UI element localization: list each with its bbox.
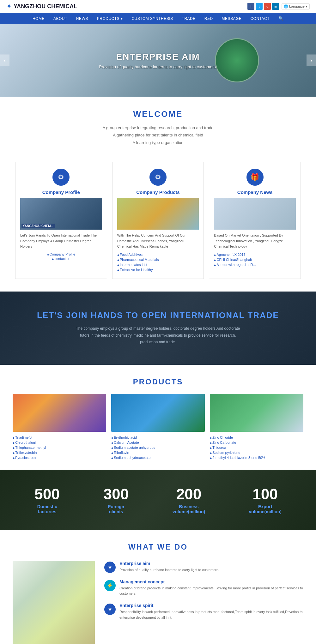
product-image-1	[13, 394, 106, 432]
facebook-icon[interactable]: f	[247, 3, 254, 10]
company-profile-image: YANGZHOU CHEM...	[20, 198, 102, 230]
company-news-text: Based On Market Orientation ; Supported …	[214, 233, 296, 250]
product-column-2: Erythorbic acid Calcium Acetate Sodium a…	[111, 394, 205, 460]
product-3-item-4[interactable]: Sodium pyrithione	[210, 450, 303, 455]
product-item-3[interactable]: Intermediates List	[117, 262, 199, 267]
news-item-3[interactable]: A letter with regard to R...	[214, 262, 296, 267]
product-image-3	[210, 394, 303, 432]
management-concept-text: Creation of brand products in making con…	[119, 586, 303, 597]
hero-banner: ‹ ENTERPRISE AIM Provision of quality hu…	[0, 24, 316, 97]
company-profile-link-2[interactable]: contact us	[20, 256, 102, 261]
welcome-line-2: A gathering place for best talents in ch…	[6, 131, 310, 139]
wwd-item-2-content: Management concept Creation of brand pro…	[119, 579, 303, 597]
stat-domestic-number: 500	[34, 485, 60, 503]
linkedin-icon[interactable]: in	[272, 3, 279, 10]
stat-domestic: 500 Domesticfactories	[34, 485, 60, 514]
googleplus-icon[interactable]: g	[264, 3, 271, 10]
three-columns-section: ⚙ Company Profile YANGZHOU CHEM... Let's…	[0, 156, 316, 292]
product-2-item-5[interactable]: Sodium dehydroacetate	[111, 455, 205, 460]
nav-trade[interactable]: TRADE	[178, 13, 200, 24]
nav-about[interactable]: ABOUT	[49, 13, 72, 24]
stat-domestic-label: Domesticfactories	[34, 504, 60, 514]
welcome-section: WELCOME A group enterprise integrating r…	[0, 97, 316, 156]
nav-custom-synthesis[interactable]: CUSTOM SYNTHESIS	[127, 13, 177, 24]
nav-products[interactable]: PRODUCTS ▾	[93, 13, 127, 24]
wwd-item-3: ★ Enterprise spirit Responsibility in wo…	[104, 603, 303, 620]
stat-foreign-label: Foreignclients	[103, 504, 129, 514]
banner-section: LET'S JOIN HANDS TO OPEN INTERNATIONAL T…	[0, 292, 316, 365]
product-3-item-5[interactable]: 2-methyl-4-isothiazolin-3-one 50%	[210, 455, 303, 460]
product-item-2[interactable]: Pharmaceutical Materials	[117, 257, 199, 262]
product-1-item-2[interactable]: Chlorothalonil	[13, 440, 106, 445]
social-icons: f t g in	[247, 3, 279, 10]
banner-description: The company employs a group of master de…	[73, 325, 243, 346]
product-1-item-3[interactable]: Thiophanate-methyl	[13, 445, 106, 450]
product-column-3: Zinc Chloride Zinc Carbonate Thiourea So…	[210, 394, 303, 460]
product-2-item-2[interactable]: Calcium Acetate	[111, 440, 205, 445]
stats-section: 500 Domesticfactories 300 Foreignclients…	[0, 470, 316, 530]
product-1-item-5[interactable]: Pyraclostrobin	[13, 455, 106, 460]
stat-export: 100 Exportvolume(million)	[249, 485, 281, 514]
company-profile-card: ⚙ Company Profile YANGZHOU CHEM... Let's…	[15, 162, 107, 279]
hero-title: ENTERPRISE AIM	[99, 52, 217, 62]
company-news-list: AgrochemLX 2017 CPHI China(Shanghai) A l…	[214, 252, 296, 267]
welcome-line-3: A learning-type organization	[6, 139, 310, 146]
product-2-item-4[interactable]: Riboflavin	[111, 450, 205, 455]
product-item-1[interactable]: Food Additives	[117, 252, 199, 257]
social-lang: f t g in 🌐 Language ▾	[247, 3, 310, 10]
news-item-1[interactable]: AgrochemLX 2017	[214, 252, 296, 257]
product-1-item-1[interactable]: Triadimefol	[13, 435, 106, 440]
enterprise-spirit-icon: ★	[104, 604, 116, 615]
logo-icon: ✦	[6, 3, 12, 10]
products-title: PRODUCTS	[13, 377, 303, 386]
hero-subtitle: Provision of quality hurricane lanterns …	[99, 64, 217, 69]
product-2-item-3[interactable]: Sodium acetate anhydrous	[111, 445, 205, 450]
stat-export-number: 100	[249, 485, 281, 503]
stat-business: 200 Businessvolume(million)	[173, 485, 205, 514]
company-profile-image-label: YANGZHOU CHEM...	[21, 224, 55, 228]
language-button[interactable]: 🌐 Language ▾	[282, 3, 310, 9]
enterprise-spirit-text: Responsibility in work performed,Innovat…	[119, 609, 303, 620]
enterprise-aim-title: Enterprise aim	[119, 561, 219, 566]
company-profile-links: Company Profile contact us	[20, 252, 102, 261]
hero-prev-button[interactable]: ‹	[0, 55, 9, 66]
nav-rd[interactable]: R&D	[200, 13, 217, 24]
what-we-do-title: WHAT WE DO	[13, 543, 303, 551]
product-column-1: Triadimefol Chlorothalonil Thiophanate-m…	[13, 394, 106, 460]
company-products-text: With The Help, Concern And Support Of Ou…	[117, 233, 199, 250]
product-list-3: Zinc Chloride Zinc Carbonate Thiourea So…	[210, 435, 303, 460]
what-we-do-section: WHAT WE DO ★ Enterprise aim Provision of…	[0, 530, 316, 644]
product-3-item-2[interactable]: Zinc Carbonate	[210, 440, 303, 445]
products-grid: Triadimefol Chlorothalonil Thiophanate-m…	[13, 394, 303, 460]
nav-contact[interactable]: CONTACT	[246, 13, 274, 24]
stat-foreign-number: 300	[103, 485, 129, 503]
product-1-item-4[interactable]: Trifloxystrobin	[13, 450, 106, 455]
company-profile-text: Let's Join Hands To Open International T…	[20, 233, 102, 250]
wwd-item-2: ⚡ Management concept Creation of brand p…	[104, 579, 303, 597]
nav-home[interactable]: HOME	[28, 13, 49, 24]
product-3-item-1[interactable]: Zinc Chloride	[210, 435, 303, 440]
wwd-item-1-content: Enterprise aim Provision of quality hurr…	[119, 561, 219, 573]
nav-news[interactable]: NEWS	[72, 13, 93, 24]
twitter-icon[interactable]: t	[256, 3, 263, 10]
welcome-title: WELCOME	[6, 109, 310, 119]
company-products-image	[117, 198, 199, 230]
top-header: ✦ YANGZHOU CHEMICAL f t g in 🌐 Language …	[0, 0, 316, 13]
nav-message[interactable]: MESSAGE	[217, 13, 246, 24]
product-3-item-3[interactable]: Thiourea	[210, 445, 303, 450]
company-profile-title: Company Profile	[20, 190, 102, 195]
company-profile-link-1[interactable]: Company Profile	[20, 252, 102, 256]
product-item-4[interactable]: Extractive for Healthy	[117, 267, 199, 272]
search-icon[interactable]: 🔍	[274, 13, 288, 24]
management-concept-icon: ⚡	[104, 580, 116, 591]
what-we-do-image	[13, 561, 95, 644]
welcome-line-1: A group enterprise integrating research,…	[6, 124, 310, 131]
news-item-2[interactable]: CPHI China(Shanghai)	[214, 257, 296, 262]
hero-next-button[interactable]: ›	[307, 55, 316, 66]
product-2-item-1[interactable]: Erythorbic acid	[111, 435, 205, 440]
products-section: PRODUCTS Triadimefol Chlorothalonil Thio…	[0, 365, 316, 470]
company-profile-icon: ⚙	[52, 169, 70, 186]
company-news-card: 🎁 Company News Based On Market Orientati…	[209, 162, 301, 279]
stat-business-number: 200	[173, 485, 205, 503]
product-list-1: Triadimefol Chlorothalonil Thiophanate-m…	[13, 435, 106, 460]
